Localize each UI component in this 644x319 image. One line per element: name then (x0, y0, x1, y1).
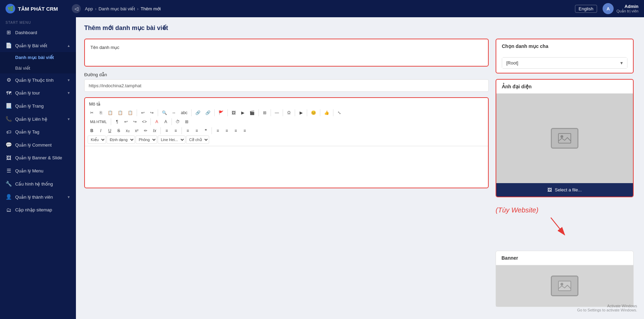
tb-align-justify[interactable]: ≡ (241, 127, 249, 135)
breadcrumb-app: App (85, 6, 93, 11)
language-button[interactable]: English (575, 5, 597, 13)
tb-paste-text[interactable]: 📋 (116, 109, 125, 117)
tb-anchor[interactable]: 🚩 (216, 109, 226, 117)
avatar: A (603, 3, 614, 14)
tb-maximize[interactable]: ⤡ (335, 109, 343, 117)
anh-dai-dien-header: Ảnh đại diện (496, 80, 633, 93)
chevron-down-icon: ▼ (67, 91, 70, 95)
chevron-down-icon: ▼ (67, 195, 70, 199)
sidebar-item-quan-ly-tour[interactable]: 🗺 Quản lý tour ▼ (0, 87, 76, 99)
tb-paste[interactable]: 📋 (106, 109, 115, 117)
sidebar-item-danh-muc-bai-viet[interactable]: Danh mục bài viết (0, 52, 76, 63)
sidebar-item-bai-viet[interactable]: Bài viết (0, 63, 76, 73)
editor-body[interactable] (85, 146, 488, 188)
sidebar-item-label: Quản lý Bài viết (15, 43, 64, 48)
tb-copy[interactable]: ⎘ (97, 109, 105, 117)
tb-blockquote[interactable]: ❝ (202, 127, 210, 135)
toolbar-row-2: Mã HTML ¶ ↩ ↪ <> A A ⏱ (88, 118, 485, 126)
tb-subscript[interactable]: x₂ (124, 127, 132, 135)
banner-panel: Banner (496, 251, 634, 307)
tb-superscript[interactable]: x² (133, 127, 141, 135)
format-select[interactable]: Định dạng (107, 136, 135, 144)
tb-link[interactable]: 🔗 (193, 109, 203, 117)
tb-undo[interactable]: ↩ (139, 109, 147, 117)
tb-widget[interactable]: 👍 (322, 109, 331, 117)
tb-align-center[interactable]: ≡ (223, 127, 231, 135)
tb-image[interactable]: 🖼 (230, 109, 238, 117)
tb-unlink[interactable]: 🔗 (203, 109, 213, 117)
svg-line-3 (551, 218, 565, 235)
font-select[interactable]: Phông (136, 136, 157, 144)
tb-youtube[interactable]: ▶ (297, 109, 305, 117)
tb-code[interactable]: <> (140, 118, 149, 126)
sidebar-item-cau-hinh[interactable]: 🔧 Cấu hình hệ thống (0, 177, 76, 190)
tb-align-right[interactable]: ≡ (232, 127, 240, 135)
tb-underline[interactable]: U (106, 127, 114, 135)
sidebar-item-sitemap[interactable]: 🗂 Cập nhập sitemap (0, 203, 76, 216)
back-button[interactable]: ◁ (72, 4, 81, 13)
sidebar-item-quan-ly-comment[interactable]: 💬 Quản lý Comment (0, 138, 76, 151)
tb-media[interactable]: 🎬 (247, 109, 257, 117)
font-size-select[interactable]: Cỡ chữ (186, 136, 209, 144)
tb-bold[interactable]: B (88, 127, 96, 135)
select-file-button[interactable]: 🖼 Select a file... (496, 183, 633, 197)
tb-redo2[interactable]: ↪ (131, 118, 139, 126)
tb-source[interactable]: Mã HTML (88, 118, 109, 126)
sidebar-item-quan-ly-menu[interactable]: ☰ Quản lý Menu (0, 164, 76, 177)
sidebar-item-dashboard[interactable]: ⊞ Dashboard (0, 26, 76, 39)
tb-remove-format[interactable]: Ix (150, 127, 159, 135)
sidebar-item-quan-ly-bai-viet[interactable]: 📄 Quản lý Bài viết ▲ (0, 39, 76, 52)
tb-ordered-list[interactable]: ≡ (172, 127, 180, 135)
tb-strikethrough[interactable]: S (115, 127, 123, 135)
tb-paste-word[interactable]: 📋 (126, 109, 135, 117)
tb-flash[interactable]: ▶ (238, 109, 247, 117)
sidebar-item-label: Quản lý Menu (15, 168, 70, 173)
danh-muc-select[interactable]: [Root] (502, 58, 627, 68)
sidebar-item-quan-ly-thanh-vien[interactable]: 👤 Quản lý thành viên ▼ (0, 190, 76, 203)
url-input[interactable] (89, 83, 484, 88)
breadcrumb: App › Danh mục bài viết › Thêm mới (85, 6, 571, 11)
ten-danh-muc-input[interactable] (90, 52, 482, 60)
sidebar-item-quan-ly-lien-he[interactable]: 📞 Quản lý Liên hệ ▼ (0, 112, 76, 126)
tb-font-color[interactable]: A (153, 118, 161, 126)
main-content: Thêm mới danh mục bài viết Tên danh mục … (76, 17, 644, 319)
line-height-select[interactable]: Line Hei... (158, 136, 185, 144)
sep (182, 127, 182, 134)
tb-spellcheck[interactable]: abc (179, 109, 189, 117)
tb-show-blocks[interactable]: ¶ (113, 118, 121, 126)
sidebar-item-quan-ly-thuoc-tinh[interactable]: ⚙ Quản lý Thuộc tính ▼ (0, 73, 76, 87)
tb-indent[interactable]: ≡ (193, 127, 201, 135)
tb-unordered-list[interactable]: ≡ (163, 127, 171, 135)
style-select[interactable]: Kiểu (88, 136, 106, 144)
sidebar: START MENU ⊞ Dashboard 📄 Quản lý Bài viế… (0, 17, 76, 319)
sep (333, 109, 333, 116)
tb-hr[interactable]: — (273, 109, 281, 117)
tb-date[interactable]: ⏱ (174, 118, 182, 126)
sidebar-section-label: START MENU (0, 17, 76, 26)
tb-templates[interactable]: ⊞ (183, 118, 191, 126)
ten-danh-muc-label: Tên danh mục (90, 45, 482, 50)
anh-dai-dien-placeholder (496, 93, 633, 183)
banner-icon: 🖼 (6, 155, 12, 161)
svg-point-5 (560, 283, 563, 286)
tb-special-char[interactable]: Ω (285, 109, 293, 117)
sidebar-item-label: Quản lý Thuộc tính (15, 78, 64, 83)
tb-find[interactable]: 🔍 (160, 109, 169, 117)
sidebar-item-quan-ly-tag[interactable]: 🏷 Quản lý Tag (0, 126, 76, 138)
tb-outdent[interactable]: ≡ (184, 127, 192, 135)
tb-cut[interactable]: ✂ (88, 109, 96, 117)
tb-undo2[interactable]: ↩ (122, 118, 130, 126)
thanh-vien-icon: 👤 (6, 194, 12, 200)
tb-find-replace[interactable]: ↔ (170, 109, 178, 117)
tb-table[interactable]: ⊞ (261, 109, 269, 117)
sep (212, 127, 212, 134)
tb-smiley[interactable]: 😊 (309, 109, 318, 117)
tb-highlight[interactable]: ✏ (142, 127, 150, 135)
sidebar-item-label: Cấu hình hệ thống (15, 181, 70, 187)
tb-align-left[interactable]: ≡ (214, 127, 222, 135)
tb-italic[interactable]: I (97, 127, 105, 135)
tb-redo[interactable]: ↪ (148, 109, 156, 117)
sidebar-item-quan-ly-trang[interactable]: 📃 Quản lý Trang (0, 99, 76, 112)
tb-bg-color[interactable]: A (162, 118, 170, 126)
sidebar-item-quan-ly-banner[interactable]: 🖼 Quản lý Banner & Slide (0, 151, 76, 164)
